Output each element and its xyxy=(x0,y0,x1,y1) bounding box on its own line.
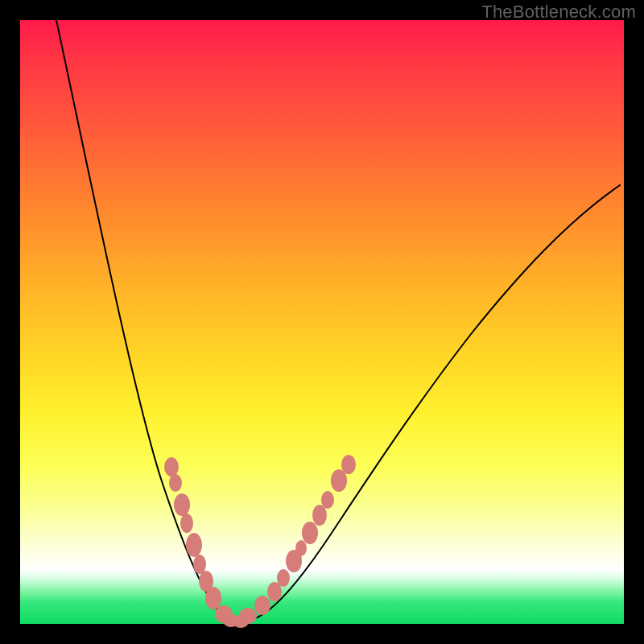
beads-right-group xyxy=(239,455,356,624)
bead-left-4 xyxy=(186,533,202,557)
bead-left-3 xyxy=(180,514,193,533)
bead-right-8 xyxy=(321,491,334,509)
bead-right-7 xyxy=(312,505,327,526)
bead-right-6 xyxy=(302,522,318,544)
curve-left-branch xyxy=(56,20,239,622)
chart-frame: TheBottleneck.com xyxy=(0,0,644,644)
bead-left-1 xyxy=(169,474,182,492)
beads-left-group xyxy=(164,457,233,623)
bead-bottom-1 xyxy=(233,615,249,628)
bead-right-10 xyxy=(341,455,356,474)
bead-left-5 xyxy=(193,555,206,574)
bead-right-9 xyxy=(331,469,347,492)
bead-left-0 xyxy=(164,457,179,477)
beads-bottom-group xyxy=(223,614,249,628)
bead-left-7 xyxy=(205,587,221,609)
bead-right-3 xyxy=(277,569,290,587)
bead-right-1 xyxy=(254,596,270,615)
bead-left-2 xyxy=(174,493,190,516)
bead-right-5 xyxy=(295,540,307,556)
plot-area xyxy=(20,20,624,624)
curve-layer xyxy=(20,20,624,624)
